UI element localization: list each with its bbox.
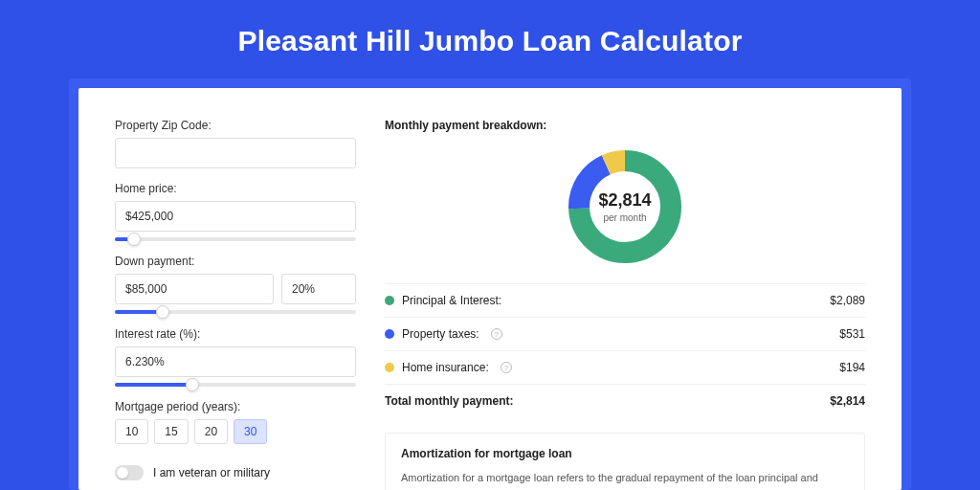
legend-dot xyxy=(385,329,394,339)
info-icon[interactable]: ? xyxy=(491,328,502,340)
breakdown-line-item: Property taxes:?$531 xyxy=(385,317,865,350)
down-payment-slider-thumb[interactable] xyxy=(156,305,169,319)
veteran-label: I am veteran or military xyxy=(153,466,270,479)
breakdown-title: Monthly payment breakdown: xyxy=(385,119,865,138)
down-payment-label: Down payment: xyxy=(115,255,356,268)
amortization-box: Amortization for mortgage loan Amortizat… xyxy=(385,433,865,490)
home-price-slider[interactable] xyxy=(115,237,356,241)
donut-chart: $2,814 per month xyxy=(566,147,684,266)
form-column: Property Zip Code: Home price: Down paym… xyxy=(115,119,356,490)
home-price-label: Home price: xyxy=(115,182,356,195)
interest-slider[interactable] xyxy=(115,383,356,387)
period-button-15[interactable]: 15 xyxy=(154,419,188,444)
period-button-row: 10152030 xyxy=(115,419,356,444)
donut-chart-wrap: $2,814 per month xyxy=(385,138,865,283)
page-title: Pleasant Hill Jumbo Loan Calculator xyxy=(0,0,980,78)
line-item-label: Home insurance: xyxy=(402,361,489,374)
legend-dot xyxy=(385,296,394,305)
down-payment-slider[interactable] xyxy=(115,310,356,314)
line-item-value: $2,089 xyxy=(830,294,865,307)
amortization-title: Amortization for mortgage loan xyxy=(401,447,849,460)
legend-dot xyxy=(385,363,394,372)
breakdown-line-item: Principal & Interest:$2,089 xyxy=(385,283,865,317)
donut-amount: $2,814 xyxy=(598,190,651,211)
down-payment-pct-input[interactable] xyxy=(281,274,356,304)
calculator-card: Property Zip Code: Home price: Down paym… xyxy=(78,88,902,490)
zip-input[interactable] xyxy=(115,138,356,168)
calculator-card-outer: Property Zip Code: Home price: Down paym… xyxy=(69,78,911,490)
interest-label: Interest rate (%): xyxy=(115,327,356,341)
total-label: Total monthly payment: xyxy=(385,394,513,408)
line-item-value: $194 xyxy=(839,361,865,374)
period-button-20[interactable]: 20 xyxy=(194,419,228,444)
period-button-30[interactable]: 30 xyxy=(234,419,267,444)
info-icon[interactable]: ? xyxy=(501,362,512,373)
period-button-10[interactable]: 10 xyxy=(115,419,148,444)
total-value: $2,814 xyxy=(830,394,865,408)
total-row: Total monthly payment: $2,814 xyxy=(385,384,865,417)
line-item-label: Principal & Interest: xyxy=(402,294,501,307)
breakdown-column: Monthly payment breakdown: $2,814 per mo… xyxy=(385,119,865,490)
home-price-slider-thumb[interactable] xyxy=(127,233,141,246)
amortization-body: Amortization for a mortgage loan refers … xyxy=(401,470,849,490)
line-item-value: $531 xyxy=(839,327,865,341)
line-item-label: Property taxes: xyxy=(402,327,479,341)
zip-label: Property Zip Code: xyxy=(115,119,356,132)
breakdown-line-item: Home insurance:?$194 xyxy=(385,350,865,384)
period-label: Mortgage period (years): xyxy=(115,400,356,413)
home-price-input[interactable] xyxy=(115,201,356,232)
veteran-toggle[interactable] xyxy=(115,465,144,480)
down-payment-input[interactable] xyxy=(115,274,274,304)
donut-sublabel: per month xyxy=(603,212,646,223)
veteran-toggle-knob xyxy=(117,467,128,479)
interest-slider-thumb[interactable] xyxy=(186,378,199,391)
interest-input[interactable] xyxy=(115,346,356,377)
